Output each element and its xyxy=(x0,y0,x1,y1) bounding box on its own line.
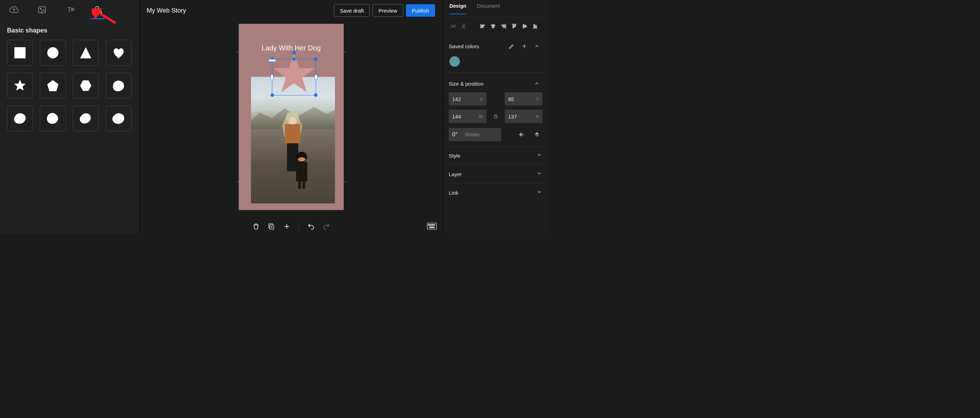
w-field[interactable]: 144 W xyxy=(449,110,487,123)
shape-star[interactable] xyxy=(7,73,33,98)
svg-rect-24 xyxy=(523,24,524,28)
safe-zone-tick xyxy=(344,181,347,182)
color-swatch[interactable] xyxy=(449,56,460,67)
safe-zone-tick xyxy=(344,52,347,52)
right-tabs: Design Document xyxy=(443,0,548,17)
edit-colors-icon[interactable] xyxy=(506,41,517,51)
shape-square[interactable] xyxy=(7,40,33,66)
keyboard-shortcuts-button[interactable] xyxy=(426,222,438,231)
tab-shapes[interactable] xyxy=(87,0,109,19)
resize-handle-bm[interactable] xyxy=(269,59,276,62)
link-title: Link xyxy=(449,190,458,196)
distribute-v-icon[interactable] xyxy=(458,21,469,32)
chevron-down-icon xyxy=(536,189,542,196)
shape-pentagon[interactable] xyxy=(40,73,66,98)
svg-rect-27 xyxy=(536,25,536,28)
h-field[interactable]: 137 H xyxy=(505,110,542,123)
shape-hexagon[interactable] xyxy=(73,73,99,98)
shape-blob-3[interactable] xyxy=(40,106,66,131)
collapse-size-icon[interactable] xyxy=(531,78,542,89)
shape-triangle[interactable] xyxy=(73,40,99,66)
story-page[interactable]: Lady With Her Dog xyxy=(239,24,344,210)
duplicate-page-button[interactable] xyxy=(267,222,277,231)
h-value: 137 xyxy=(508,114,517,120)
w-value: 144 xyxy=(452,114,461,120)
align-right-icon[interactable] xyxy=(498,21,509,32)
y-field[interactable]: 85 Y xyxy=(505,92,542,106)
layer-title: Layer xyxy=(449,171,462,177)
redo-button[interactable] xyxy=(321,222,331,231)
shape-grid xyxy=(7,40,132,131)
x-value: 142 xyxy=(452,96,461,102)
shape-heart[interactable] xyxy=(106,40,132,66)
shape-blob-5[interactable] xyxy=(106,106,132,131)
svg-rect-12 xyxy=(434,224,435,225)
resize-handle-bl[interactable] xyxy=(270,93,274,97)
selection-box[interactable] xyxy=(272,59,316,95)
style-section[interactable]: Style xyxy=(443,146,548,165)
rotate-label: Rotate xyxy=(465,132,479,137)
tab-media[interactable] xyxy=(31,0,53,19)
tab-document[interactable]: Document xyxy=(477,3,500,14)
resize-handle-ml[interactable] xyxy=(270,74,274,80)
right-panel: Design Document Saved colors xyxy=(443,0,548,234)
left-panel: Basic shapes xyxy=(0,0,140,234)
shape-blob-2[interactable] xyxy=(7,106,33,131)
w-label: W xyxy=(479,114,483,119)
flip-vertical-icon[interactable] xyxy=(531,129,542,140)
svg-rect-22 xyxy=(513,25,514,28)
lock-aspect-icon[interactable] xyxy=(491,114,501,119)
layer-section[interactable]: Layer xyxy=(443,165,548,184)
svg-point-1 xyxy=(40,8,41,9)
y-label: Y xyxy=(536,97,539,102)
x-field[interactable]: 142 X xyxy=(449,92,487,106)
svg-rect-4 xyxy=(14,47,25,59)
story-title[interactable]: My Web Story xyxy=(146,7,186,14)
rotate-field[interactable]: 0° Rotate xyxy=(449,128,501,141)
svg-rect-15 xyxy=(463,25,465,27)
align-middle-icon[interactable] xyxy=(519,21,530,32)
svg-rect-18 xyxy=(492,25,495,26)
style-title: Style xyxy=(449,153,460,159)
svg-rect-10 xyxy=(430,224,431,225)
svg-rect-8 xyxy=(427,223,436,229)
add-color-icon[interactable] xyxy=(519,41,530,51)
canvas[interactable]: Lady With Her Dog xyxy=(140,21,443,234)
link-section[interactable]: Link xyxy=(443,184,548,202)
svg-rect-16 xyxy=(481,25,484,26)
align-left-icon[interactable] xyxy=(477,21,488,32)
publish-button[interactable]: Publish xyxy=(406,4,435,17)
resize-handle-tm[interactable] xyxy=(292,57,296,61)
undo-button[interactable] xyxy=(306,222,316,231)
shape-blob-1[interactable] xyxy=(106,73,132,98)
collapse-colors-icon[interactable] xyxy=(531,41,542,51)
tab-design[interactable]: Design xyxy=(449,3,466,14)
tab-upload[interactable] xyxy=(3,0,25,19)
svg-rect-9 xyxy=(428,224,430,225)
svg-rect-23 xyxy=(514,25,515,27)
resize-handle-tr[interactable] xyxy=(314,57,317,61)
add-page-button[interactable] xyxy=(282,222,292,231)
story-image[interactable] xyxy=(251,77,335,203)
tab-text[interactable] xyxy=(59,0,81,19)
preview-button[interactable]: Preview xyxy=(372,4,403,17)
resize-handle-mr[interactable] xyxy=(315,74,317,80)
page-caption[interactable]: Lady With Her Dog xyxy=(239,44,344,52)
align-center-icon[interactable] xyxy=(488,21,498,32)
svg-rect-13 xyxy=(430,227,434,228)
save-draft-button[interactable]: Save draft xyxy=(334,4,370,17)
shape-circle[interactable] xyxy=(40,40,66,66)
align-bottom-icon[interactable] xyxy=(530,21,540,32)
shape-blob-4[interactable] xyxy=(73,106,99,131)
center-area: My Web Story Save draft Preview Publish … xyxy=(140,0,443,234)
safe-zone-tick xyxy=(236,181,239,182)
distribute-h-icon[interactable] xyxy=(448,21,458,32)
align-top-icon[interactable] xyxy=(509,21,519,32)
svg-rect-20 xyxy=(502,25,505,26)
flip-horizontal-icon[interactable] xyxy=(516,129,527,140)
page-action-bar xyxy=(251,222,331,231)
delete-page-button[interactable] xyxy=(251,222,261,231)
rotate-handle[interactable] xyxy=(292,51,296,54)
resize-handle-br[interactable] xyxy=(314,93,317,97)
size-position-section: Size & position 142 X 85 Y 144 W 137 H xyxy=(443,73,548,146)
